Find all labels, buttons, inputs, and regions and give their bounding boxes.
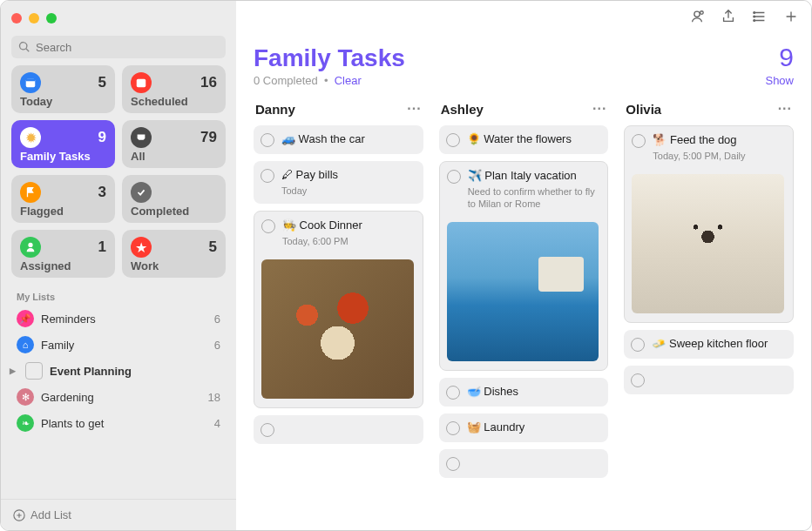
label: Scheduled — [131, 95, 217, 108]
reminder-card[interactable]: ✈️ Plan Italy vacation Need to confirm w… — [439, 161, 609, 371]
window-controls — [1, 1, 236, 36]
column-olivia: Olivia ··· 🐕 Feed the dog Today, 5:00 PM… — [624, 97, 794, 521]
complete-radio[interactable] — [632, 134, 646, 148]
smart-list-family-tasks[interactable]: ✹ 9 Family Tasks — [11, 120, 115, 168]
my-lists-header: My Lists — [1, 286, 236, 306]
complete-radio[interactable] — [446, 133, 460, 147]
show-button[interactable]: Show — [765, 74, 794, 87]
label: Today — [20, 95, 106, 108]
column-danny: Danny ··· 🚙 Wash the car 🖊 Pay bills Tod… — [254, 97, 423, 521]
reminder-card[interactable]: 🥣 Dishes — [439, 378, 609, 407]
reminder-card[interactable]: 🐕 Feed the dog Today, 5:00 PM, Daily — [624, 125, 794, 323]
label: Family Tasks — [20, 150, 106, 163]
search-icon — [18, 41, 30, 53]
complete-radio[interactable] — [631, 338, 645, 352]
tray-icon — [131, 127, 152, 148]
label: Event Planning — [50, 365, 132, 378]
plus-circle-icon — [13, 509, 25, 521]
title: 🌻 Water the flowers — [467, 132, 600, 147]
smart-list-completed[interactable]: Completed — [122, 175, 226, 223]
family-icon: ✹ — [20, 127, 41, 148]
search-field[interactable] — [11, 36, 226, 58]
complete-radio[interactable] — [447, 170, 461, 184]
flower-icon: ✻ — [17, 388, 34, 406]
complete-radio[interactable] — [631, 373, 645, 387]
complete-radio[interactable] — [261, 423, 274, 437]
person-icon — [20, 237, 41, 258]
label: Family — [41, 339, 74, 352]
column-more-button[interactable]: ··· — [592, 101, 606, 117]
column-more-button[interactable]: ··· — [407, 101, 421, 117]
smart-list-assigned[interactable]: 1 Assigned — [11, 230, 115, 278]
column-more-button[interactable]: ··· — [778, 101, 792, 117]
empty-reminder-card[interactable] — [439, 449, 609, 478]
checkmark-icon — [131, 182, 152, 203]
reminder-card[interactable]: 🧺 Laundry — [439, 413, 609, 442]
attachment-image[interactable] — [632, 174, 784, 313]
label: Reminders — [41, 313, 96, 326]
svg-point-3 — [28, 243, 32, 247]
list-family[interactable]: ⌂ Family 6 — [1, 332, 236, 358]
view-options-button[interactable] — [752, 9, 768, 28]
attachment-image[interactable] — [261, 259, 414, 399]
title: 🧑‍🍳 Cook Dinner — [282, 218, 414, 233]
complete-radio[interactable] — [261, 219, 275, 233]
label: Flagged — [20, 205, 106, 218]
complete-radio[interactable] — [446, 421, 460, 435]
list-reminders[interactable]: 📌 Reminders 6 — [1, 306, 236, 332]
smart-list-flagged[interactable]: 3 Flagged — [11, 175, 115, 223]
smart-list-all[interactable]: 79 All — [122, 120, 226, 168]
smart-list-scheduled[interactable]: 16 Scheduled — [122, 65, 226, 113]
svg-point-9 — [754, 20, 755, 22]
label: Plants to get — [41, 417, 104, 430]
attachment-image[interactable] — [447, 222, 599, 361]
count: 5 — [209, 239, 217, 256]
clear-button[interactable]: Clear — [335, 74, 362, 87]
add-reminder-button[interactable] — [783, 9, 799, 28]
title: 🖊 Pay bills — [281, 168, 415, 183]
svg-rect-1 — [26, 79, 36, 82]
main-content: Family Tasks 9 0 Completed • Clear Show … — [236, 1, 811, 530]
pin-icon: 📌 — [17, 310, 34, 327]
close-button[interactable] — [11, 13, 22, 24]
reminder-card[interactable]: 🖊 Pay bills Today — [254, 161, 423, 204]
reminder-card[interactable]: 🌻 Water the flowers — [439, 125, 609, 154]
smart-list-work[interactable]: ★ 5 Work — [122, 230, 226, 278]
svg-point-5 — [694, 11, 700, 17]
toolbar — [236, 1, 811, 36]
count: 18 — [208, 391, 220, 404]
search-input[interactable] — [36, 41, 219, 54]
smart-list-today[interactable]: 5 Today — [11, 65, 115, 113]
svg-point-6 — [700, 11, 704, 15]
folder-icon — [25, 362, 43, 380]
svg-rect-2 — [137, 79, 146, 88]
title: ✈️ Plan Italy vacation — [468, 169, 599, 184]
count: 9 — [98, 129, 106, 146]
empty-reminder-card[interactable] — [624, 366, 794, 394]
complete-radio[interactable] — [261, 169, 274, 183]
list-plants[interactable]: ❧ Plants to get 4 — [1, 410, 236, 436]
complete-radio[interactable] — [446, 386, 460, 400]
maximize-button[interactable] — [46, 13, 57, 24]
add-list-button[interactable]: Add List — [1, 499, 236, 530]
subtitle: Today — [281, 185, 415, 197]
reminder-card[interactable]: 🚙 Wash the car — [254, 125, 423, 154]
empty-reminder-card[interactable] — [254, 415, 423, 444]
label: Add List — [30, 508, 71, 521]
list-gardening[interactable]: ✻ Gardening 18 — [1, 384, 236, 410]
share-button[interactable] — [721, 9, 736, 28]
label: Gardening — [41, 391, 94, 404]
column-ashley: Ashley ··· 🌻 Water the flowers ✈️ Plan I… — [439, 97, 609, 521]
leaf-icon: ❧ — [17, 414, 34, 432]
complete-radio[interactable] — [261, 133, 274, 147]
share-people-button[interactable] — [689, 9, 705, 28]
list-group-event-planning[interactable]: ▶ Event Planning — [1, 358, 236, 384]
list-count: 9 — [779, 43, 794, 72]
reminder-card[interactable]: 🧈 Sweep kitchen floor — [624, 330, 794, 359]
minimize-button[interactable] — [29, 13, 39, 24]
reminder-card[interactable]: 🧑‍🍳 Cook Dinner Today, 6:00 PM — [254, 211, 423, 408]
count: 6 — [214, 339, 220, 352]
star-icon: ★ — [131, 237, 152, 258]
subtitle: Today, 5:00 PM, Daily — [653, 150, 784, 162]
complete-radio[interactable] — [446, 457, 460, 471]
